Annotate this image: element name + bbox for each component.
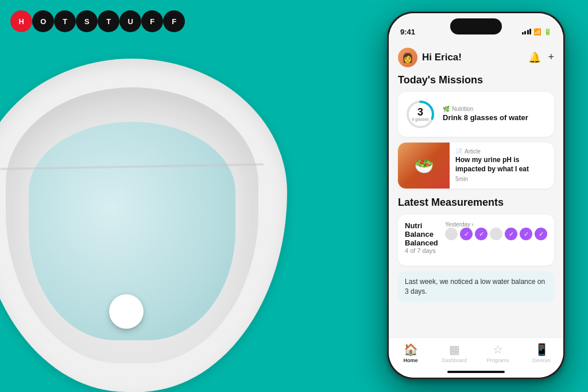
missions-section: Today's Missions 3 8 glasses bbox=[398, 74, 554, 189]
chevron-right-icon: › bbox=[471, 221, 473, 228]
article-mission-card[interactable]: 🥗 📄 Article How my urine pH is impacted … bbox=[398, 143, 554, 189]
phone-shell: 9:41 📶 🔋 👩 bbox=[387, 11, 565, 379]
article-thumbnail: 🥗 bbox=[398, 143, 450, 189]
day-dot-6: ✓ bbox=[520, 228, 532, 240]
dashboard-icon: ▦ bbox=[449, 343, 460, 356]
brand-letter-t2: T bbox=[98, 10, 119, 32]
water-progress-circle: 3 8 glasses bbox=[405, 99, 436, 130]
dynamic-island bbox=[450, 18, 502, 34]
article-icon: 📄 bbox=[455, 148, 462, 155]
day-dot-1 bbox=[445, 228, 458, 240]
programs-label: Programs bbox=[486, 358, 509, 363]
notification-bell-icon[interactable]: 🔔 bbox=[528, 51, 541, 64]
article-title: How my urine pH is impacted by what I ea… bbox=[455, 156, 548, 174]
measurement-date: Yesterday › bbox=[445, 221, 547, 228]
measurement-header: Nutri Balance Balanced 4 of 7 days Yeste… bbox=[405, 221, 547, 254]
header-actions: 🔔 + bbox=[528, 51, 554, 64]
home-icon: 🏠 bbox=[404, 343, 418, 356]
toilet-sensor-puck bbox=[109, 294, 144, 329]
home-indicator bbox=[447, 371, 505, 373]
wifi-icon: 📶 bbox=[533, 28, 541, 36]
toilet-illustration bbox=[0, 0, 356, 392]
brand-letter-t1: T bbox=[54, 10, 76, 32]
brand-letter-u: U bbox=[119, 10, 141, 32]
signal-icon bbox=[522, 29, 532, 34]
dashboard-label: Dashboard bbox=[442, 358, 467, 363]
day-dot-3: ✓ bbox=[475, 228, 488, 240]
devices-icon: 📱 bbox=[535, 343, 549, 356]
status-time: 9:41 bbox=[400, 28, 415, 36]
water-count: 3 bbox=[417, 107, 423, 117]
toilet-bowl bbox=[0, 53, 322, 392]
brand-letter-h: H bbox=[10, 10, 32, 32]
day-dot-2: ✓ bbox=[460, 228, 473, 240]
measurement-titles: Nutri Balance Balanced 4 of 7 days bbox=[405, 221, 445, 254]
day-dots: ✓ ✓ ✓ ✓ ✓ bbox=[445, 228, 547, 240]
brand-letter-o: O bbox=[32, 10, 54, 32]
measurement-right: Yesterday › ✓ ✓ ✓ ✓ bbox=[445, 221, 547, 240]
programs-icon: ☆ bbox=[493, 343, 503, 356]
brand-badge: H O T S T U F F bbox=[10, 10, 185, 32]
nav-item-home[interactable]: 🏠 Home bbox=[393, 343, 428, 363]
alert-text: Last week, we noticed a low water balanc… bbox=[405, 278, 545, 295]
brand-letter-s: S bbox=[76, 10, 98, 32]
day-dot-4 bbox=[490, 228, 502, 240]
measurement-title: Nutri Balance bbox=[405, 221, 445, 239]
water-alert-card: Last week, we noticed a low water balanc… bbox=[398, 271, 554, 302]
battery-icon: 🔋 bbox=[544, 28, 552, 36]
measurement-days: 4 of 7 days bbox=[405, 247, 445, 254]
nav-item-dashboard[interactable]: ▦ Dashboard bbox=[437, 343, 471, 363]
brand-letter-f2: F bbox=[163, 10, 185, 32]
phone-mockup: 9:41 📶 🔋 👩 bbox=[387, 11, 565, 379]
water-mission-info: 🌿 Nutrition Drink 8 glasses of water bbox=[443, 106, 547, 123]
add-button-icon[interactable]: + bbox=[548, 51, 554, 64]
mission-category: 🌿 Nutrition bbox=[443, 106, 547, 112]
article-duration: 5min bbox=[455, 176, 548, 182]
measurements-title: Latest Measurements bbox=[398, 197, 554, 209]
mission-description: Drink 8 glasses of water bbox=[443, 113, 547, 123]
app-header: 👩 Hi Erica! 🔔 + bbox=[398, 42, 554, 74]
water-mission-card[interactable]: 3 8 glasses 🌿 Nutrition Drink 8 glasses … bbox=[398, 92, 554, 137]
home-label: Home bbox=[403, 358, 417, 363]
header-left: 👩 Hi Erica! bbox=[398, 48, 462, 67]
measurement-subtitle: Balanced bbox=[405, 239, 445, 247]
brand-letter-f1: F bbox=[141, 10, 163, 32]
app-content: 👩 Hi Erica! 🔔 + Today's Missions bbox=[389, 42, 563, 337]
measurements-section: Latest Measurements Nutri Balance Balanc… bbox=[398, 197, 554, 302]
day-dot-5: ✓ bbox=[505, 228, 517, 240]
greeting-text: Hi Erica! bbox=[422, 52, 462, 63]
article-category: 📄 Article bbox=[455, 148, 548, 155]
nav-item-programs[interactable]: ☆ Programs bbox=[481, 343, 515, 363]
missions-title: Today's Missions bbox=[398, 74, 554, 86]
nav-item-devices[interactable]: 📱 Devices bbox=[524, 343, 559, 363]
phone-screen: 9:41 📶 🔋 👩 bbox=[389, 13, 563, 378]
measurement-card[interactable]: Nutri Balance Balanced 4 of 7 days Yeste… bbox=[398, 214, 554, 266]
avatar[interactable]: 👩 bbox=[398, 48, 417, 67]
status-icons: 📶 🔋 bbox=[522, 28, 552, 36]
nutrition-icon: 🌿 bbox=[443, 106, 450, 112]
article-info: 📄 Article How my urine pH is impacted by… bbox=[450, 143, 554, 189]
day-dot-7: ✓ bbox=[535, 228, 547, 240]
devices-label: Devices bbox=[532, 358, 551, 363]
water-target-label: 8 glasses bbox=[412, 117, 429, 122]
